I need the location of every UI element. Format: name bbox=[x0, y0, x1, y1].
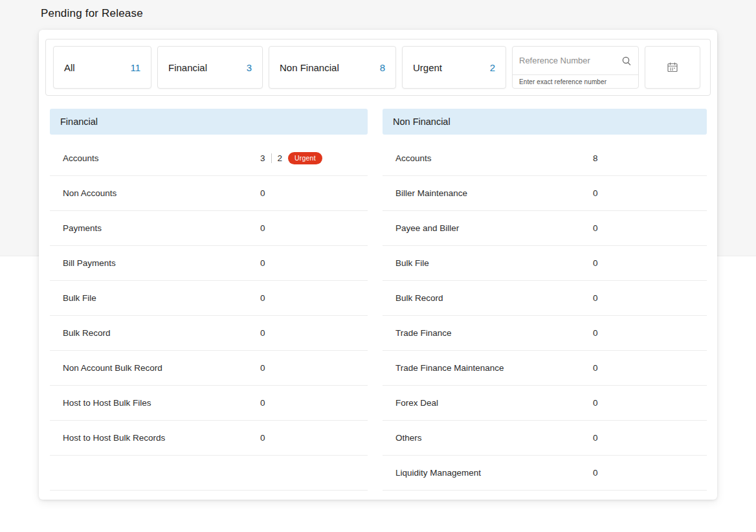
item-label: Bill Payments bbox=[63, 258, 260, 268]
list-item-payments[interactable]: Payments0 bbox=[50, 211, 368, 246]
item-label: Non Accounts bbox=[63, 188, 260, 198]
item-count: 0 bbox=[593, 398, 598, 408]
item-label: Host to Host Bulk Files bbox=[63, 398, 260, 408]
filter-tab-count: 2 bbox=[490, 62, 495, 73]
list-item-payee-and-biller[interactable]: Payee and Biller0 bbox=[383, 211, 707, 246]
filter-tab-count: 11 bbox=[130, 62, 140, 73]
item-count: 0 bbox=[593, 293, 598, 303]
item-count: 0 bbox=[260, 398, 265, 408]
item-label: Trade Finance Maintenance bbox=[395, 363, 593, 373]
item-count: 0 bbox=[593, 258, 598, 268]
filter-tab-label: All bbox=[64, 62, 75, 73]
panel-rows: Accounts8Biller Maintenance0Payee and Bi… bbox=[383, 141, 707, 491]
item-label: Trade Finance bbox=[395, 328, 593, 338]
list-item-liquidity-management[interactable]: Liquidity Management0 bbox=[383, 456, 707, 491]
page-title: Pending for Release bbox=[41, 7, 143, 20]
reference-search-box: Enter exact reference number bbox=[512, 46, 639, 89]
item-label: Payments bbox=[63, 223, 260, 233]
date-filter-button[interactable] bbox=[645, 46, 700, 89]
urgent-badge: Urgent bbox=[288, 152, 322, 164]
item-count: 0 bbox=[260, 188, 265, 198]
item-count: 0 bbox=[593, 433, 598, 443]
list-item-host-to-host-bulk-records[interactable]: Host to Host Bulk Records0 bbox=[50, 421, 368, 456]
item-label: Others bbox=[395, 433, 593, 443]
item-count: 3 bbox=[260, 153, 265, 163]
item-count: 0 bbox=[593, 223, 598, 233]
urgent-count: 2 bbox=[278, 153, 283, 163]
reference-search-field bbox=[513, 47, 638, 75]
list-item-non-accounts[interactable]: Non Accounts0 bbox=[50, 176, 368, 211]
item-label: Accounts bbox=[395, 153, 593, 163]
filter-tab-label: Financial bbox=[168, 62, 207, 73]
filter-tab-financial[interactable]: Financial3 bbox=[157, 46, 263, 89]
list-item-bill-payments[interactable]: Bill Payments0 bbox=[50, 246, 368, 281]
panels: FinancialAccounts32UrgentNon Accounts0Pa… bbox=[50, 109, 707, 491]
panel-financial: FinancialAccounts32UrgentNon Accounts0Pa… bbox=[50, 109, 368, 491]
filter-bar: All11Financial3Non Financial8Urgent2 Ent… bbox=[45, 39, 711, 96]
pending-release-card: All11Financial3Non Financial8Urgent2 Ent… bbox=[39, 30, 717, 500]
item-count: 0 bbox=[593, 468, 598, 478]
list-item-accounts[interactable]: Accounts32Urgent bbox=[50, 141, 368, 176]
item-label: Bulk File bbox=[395, 258, 593, 268]
item-label: Liquidity Management bbox=[395, 468, 593, 478]
filter-tabs: All11Financial3Non Financial8Urgent2 bbox=[53, 46, 506, 89]
item-count: 0 bbox=[260, 328, 265, 338]
item-label: Bulk File bbox=[63, 293, 260, 303]
filter-tab-label: Urgent bbox=[413, 62, 442, 73]
item-label: Bulk Record bbox=[63, 328, 260, 338]
reference-search-helper-text: Enter exact reference number bbox=[513, 75, 638, 85]
item-count: 0 bbox=[260, 258, 265, 268]
list-item-biller-maintenance[interactable]: Biller Maintenance0 bbox=[383, 176, 707, 211]
item-label: Biller Maintenance bbox=[395, 188, 593, 198]
filter-tab-count: 8 bbox=[380, 62, 385, 73]
item-label: Non Account Bulk Record bbox=[63, 363, 260, 373]
count-separator bbox=[271, 153, 272, 163]
list-item-bulk-file[interactable]: Bulk File0 bbox=[50, 281, 368, 316]
item-label: Host to Host Bulk Records bbox=[63, 433, 260, 443]
list-item-accounts[interactable]: Accounts8 bbox=[383, 141, 707, 176]
filter-tab-label: Non Financial bbox=[280, 62, 339, 73]
list-item-forex-deal[interactable]: Forex Deal0 bbox=[383, 386, 707, 421]
item-label: Bulk Record bbox=[395, 293, 593, 303]
filter-tab-urgent[interactable]: Urgent2 bbox=[402, 46, 506, 89]
item-label: Payee and Biller bbox=[395, 223, 593, 233]
list-item-trade-finance[interactable]: Trade Finance0 bbox=[383, 316, 707, 351]
item-count: 0 bbox=[260, 433, 265, 443]
list-item-bulk-file[interactable]: Bulk File0 bbox=[383, 246, 707, 281]
list-item-non-account-bulk-record[interactable]: Non Account Bulk Record0 bbox=[50, 351, 368, 386]
list-item-empty bbox=[50, 456, 368, 491]
list-item-host-to-host-bulk-files[interactable]: Host to Host Bulk Files0 bbox=[50, 386, 368, 421]
filter-tab-count: 3 bbox=[247, 62, 252, 73]
item-label: Accounts bbox=[63, 153, 260, 163]
panel-title-non-financial: Non Financial bbox=[383, 109, 707, 135]
list-item-others[interactable]: Others0 bbox=[383, 421, 707, 456]
item-count: 0 bbox=[260, 363, 265, 373]
calendar-icon bbox=[667, 61, 678, 73]
list-item-bulk-record[interactable]: Bulk Record0 bbox=[383, 281, 707, 316]
search-icon[interactable] bbox=[621, 56, 632, 66]
list-item-trade-finance-maintenance[interactable]: Trade Finance Maintenance0 bbox=[383, 351, 707, 386]
panel-rows: Accounts32UrgentNon Accounts0Payments0Bi… bbox=[50, 141, 368, 491]
item-count: 0 bbox=[260, 293, 265, 303]
item-count: 0 bbox=[593, 363, 598, 373]
list-item-bulk-record[interactable]: Bulk Record0 bbox=[50, 316, 368, 351]
item-count: 0 bbox=[593, 328, 598, 338]
item-count: 0 bbox=[593, 188, 598, 198]
item-label: Forex Deal bbox=[395, 398, 593, 408]
item-count: 8 bbox=[593, 153, 598, 163]
panel-non-financial: Non FinancialAccounts8Biller Maintenance… bbox=[383, 109, 707, 491]
reference-number-input[interactable] bbox=[519, 56, 617, 65]
item-count: 0 bbox=[260, 223, 265, 233]
filter-tab-non-financial[interactable]: Non Financial8 bbox=[269, 46, 396, 89]
panel-title-financial: Financial bbox=[50, 109, 368, 135]
filter-tab-all[interactable]: All11 bbox=[53, 46, 151, 89]
